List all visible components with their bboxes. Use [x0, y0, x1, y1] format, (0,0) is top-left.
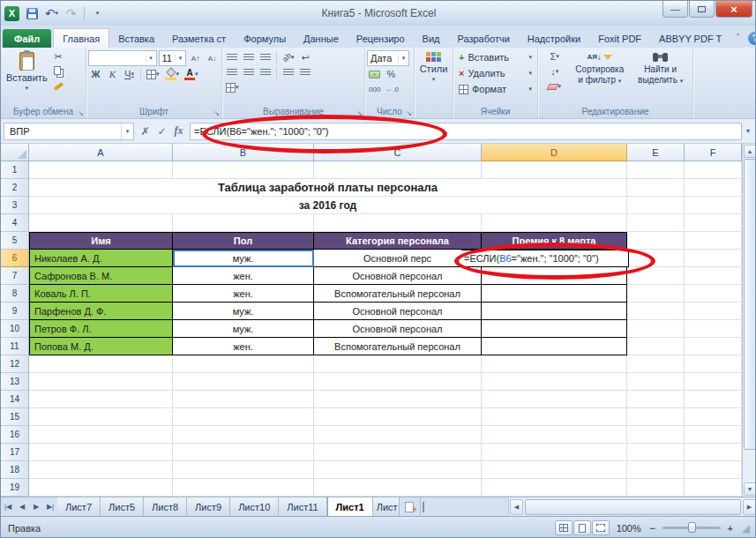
copy-button[interactable] [51, 64, 66, 78]
orientation-button[interactable]: ab▾ [281, 50, 296, 64]
cell[interactable] [173, 391, 314, 408]
table-cell-name[interactable]: Сафронова В. М. [29, 267, 173, 285]
cell[interactable] [29, 373, 173, 391]
zoom-out-button[interactable]: − [647, 522, 659, 534]
autosum-button[interactable]: Σ▾ [540, 49, 569, 64]
customize-qat-button[interactable]: ▾ [89, 5, 106, 22]
table-cell-gender[interactable]: муж. [173, 250, 314, 267]
cell[interactable] [627, 338, 685, 355]
row-header[interactable]: 6 [1, 250, 29, 267]
find-select-button[interactable]: Найти и выделить ▾ [630, 49, 691, 93]
sheet-tab[interactable]: Лист5 [101, 497, 144, 516]
cell[interactable] [685, 303, 742, 320]
undo-dropdown-icon[interactable]: ▾ [56, 10, 59, 17]
column-header-c[interactable]: C [314, 144, 482, 161]
percent-style-button[interactable]: % [384, 67, 399, 81]
sheet-tab[interactable]: Лист [373, 497, 400, 516]
borders-button[interactable]: ▾ [145, 67, 161, 81]
cell[interactable] [627, 214, 685, 232]
table-header-cell[interactable]: Имя [29, 232, 173, 250]
tab-foxit-pdf[interactable]: Foxit PDF [589, 29, 650, 48]
last-sheet-button[interactable]: ▶| [43, 497, 57, 516]
tab-developer[interactable]: Разработчи [448, 29, 518, 48]
undo-button[interactable]: ↶▾ [43, 5, 60, 22]
first-sheet-button[interactable]: |◀ [1, 497, 15, 516]
resize-grip-icon[interactable]: ◢ [742, 522, 750, 534]
cell[interactable] [314, 426, 482, 444]
table-cell-gender[interactable]: жен. [173, 338, 314, 355]
name-box-dropdown-icon[interactable]: ▾ [121, 123, 133, 139]
cell[interactable] [482, 408, 627, 426]
cell[interactable] [685, 408, 742, 426]
insert-worksheet-button[interactable]: + [400, 497, 421, 516]
cell[interactable] [482, 355, 627, 373]
cell[interactable] [173, 479, 314, 497]
table-cell-name[interactable]: Парфенов Д. Ф. [29, 303, 173, 320]
cut-button[interactable]: ✂ [51, 49, 66, 64]
cell[interactable] [685, 373, 742, 391]
cell[interactable] [627, 373, 685, 391]
cell[interactable] [627, 461, 685, 479]
row-header[interactable]: 18 [1, 461, 29, 479]
row-header[interactable]: 7 [1, 267, 29, 285]
cell[interactable] [482, 267, 627, 285]
sheet-tab[interactable]: Лист11 [279, 497, 326, 516]
close-button[interactable]: × [715, 1, 752, 18]
horizontal-scrollbar-thumb[interactable] [525, 499, 741, 515]
horizontal-scrollbar[interactable]: ◀ ▶ [508, 497, 756, 516]
scroll-up-button[interactable]: ▲ [744, 145, 756, 158]
increase-indent-button[interactable] [297, 65, 312, 79]
italic-button[interactable]: К [105, 67, 120, 81]
sheet-title-cell[interactable]: Таблица заработной платы персонала [29, 179, 627, 197]
row-header[interactable]: 12 [1, 355, 29, 373]
cell[interactable] [627, 391, 685, 408]
cell[interactable] [173, 426, 314, 444]
fill-button[interactable]: ↓▾ [540, 64, 569, 78]
scroll-down-button[interactable]: ▼ [744, 482, 756, 496]
enter-entry-button[interactable]: ✓ [153, 123, 170, 139]
cell[interactable] [627, 444, 685, 461]
cell[interactable] [685, 197, 742, 214]
shrink-font-button[interactable]: А↓ [205, 51, 220, 65]
table-header-cell[interactable]: Премия к 8 марта [482, 232, 627, 250]
row-header[interactable]: 17 [1, 444, 29, 461]
table-cell-category[interactable]: Основной персонал [314, 267, 482, 285]
cell[interactable] [685, 355, 742, 373]
table-cell-category[interactable]: Вспомогательный персонал [314, 285, 482, 303]
merge-center-button[interactable]: ▾ [224, 80, 241, 94]
table-header-cell[interactable]: Категория персонала [314, 232, 482, 250]
row-header[interactable]: 2 [1, 179, 29, 197]
cell[interactable] [627, 320, 685, 338]
cell[interactable] [482, 373, 627, 391]
column-header-b[interactable]: B [173, 144, 314, 161]
cell[interactable] [482, 214, 627, 232]
cell[interactable] [314, 408, 482, 426]
cell[interactable] [173, 355, 314, 373]
cell[interactable] [482, 161, 627, 179]
normal-view-button[interactable] [555, 520, 573, 535]
insert-function-button[interactable]: fx [170, 123, 187, 139]
sheet-tab[interactable]: Лист7 [57, 497, 101, 516]
row-header[interactable]: 14 [1, 391, 29, 408]
name-box[interactable]: ВПР ▾ [4, 123, 134, 140]
sheet-tab[interactable]: Лист10 [230, 497, 279, 516]
sort-filter-button[interactable]: АЯ↓ Сортировка и фильтр ▾ [569, 49, 630, 93]
row-header[interactable]: 11 [1, 338, 29, 355]
sheet-tab[interactable]: Лист9 [187, 497, 230, 516]
dialog-launcher-icon[interactable]: ↘ [213, 109, 220, 117]
table-cell-gender[interactable]: муж. [173, 303, 314, 320]
cell[interactable] [173, 373, 314, 391]
scroll-right-button[interactable]: ▶ [743, 499, 756, 515]
cell[interactable] [173, 214, 314, 232]
table-header-cell[interactable]: Пол [173, 232, 314, 250]
cell[interactable] [314, 391, 482, 408]
accounting-format-button[interactable] [367, 67, 382, 81]
cell[interactable] [314, 444, 482, 461]
zoom-level[interactable]: 100% [617, 523, 641, 534]
cell[interactable] [29, 461, 173, 479]
table-cell-category[interactable]: Вспомогательный персонал [314, 338, 482, 355]
table-cell-gender[interactable]: муж. [173, 320, 314, 338]
row-header[interactable]: 8 [1, 285, 29, 303]
dialog-launcher-icon[interactable]: ↘ [406, 109, 412, 117]
cell[interactable] [685, 250, 742, 267]
